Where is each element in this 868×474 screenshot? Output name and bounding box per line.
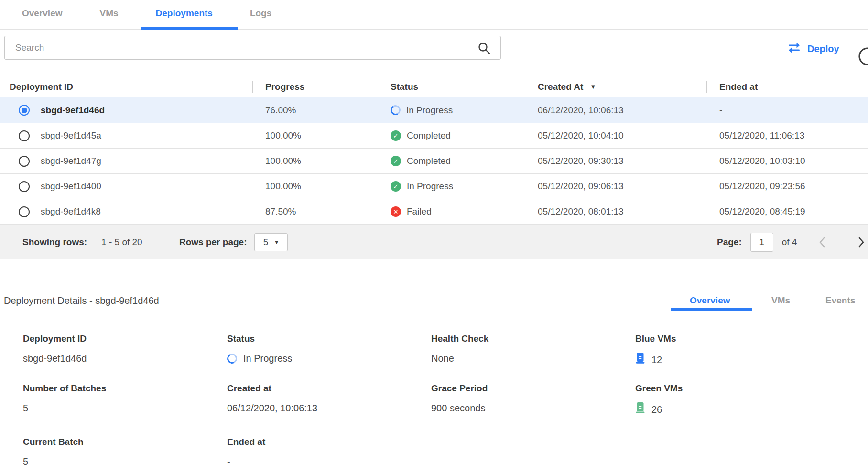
created-at-value: 05/12/2020, 08:01:13 — [525, 206, 706, 217]
tab-logs[interactable]: Logs — [250, 8, 271, 19]
next-page-button[interactable] — [858, 237, 865, 248]
main-tab-bar: Overview VMs Deployments Logs — [0, 0, 868, 30]
status-label: Completed — [407, 156, 451, 166]
deployment-id: sbgd-9ef1d400 — [41, 181, 101, 192]
details-divider — [0, 311, 868, 311]
progress-value: 87.50% — [252, 206, 378, 217]
progress-value: 100.00% — [252, 181, 378, 192]
field-blue-vms: Blue VMs 12 — [635, 333, 839, 367]
search-input[interactable] — [5, 36, 500, 59]
blue-vm-icon — [635, 352, 645, 367]
status-completed-check-icon: ✓ — [391, 156, 401, 166]
table-row[interactable]: sbgd-9ef1d400 100.00% ✓ In Progress 05/1… — [0, 173, 868, 199]
field-number-of-batches: Number of Batches 5 — [23, 383, 227, 417]
search-box — [4, 36, 501, 60]
row-radio[interactable] — [19, 206, 30, 217]
tab-overview[interactable]: Overview — [22, 8, 63, 19]
details-row-2: Number of Batches 5 Created at 06/12/202… — [23, 383, 839, 417]
field-ended-at: Ended at - — [227, 436, 431, 468]
dropdown-caret-icon: ▼ — [274, 239, 279, 245]
table-row[interactable]: sbgd-9ef1d4k8 87.50% ✕ Failed 05/12/2020… — [0, 199, 868, 224]
sort-desc-icon: ▼ — [590, 83, 596, 90]
page-label: Page: — [717, 237, 742, 248]
ended-at-value: 05/12/2020, 10:03:10 — [706, 156, 868, 166]
status-in-progress-spinner-icon — [226, 352, 239, 365]
rows-per-page-label: Rows per page: — [179, 237, 247, 248]
deployment-id: sbgd-9ef1d45a — [41, 130, 101, 141]
details-tab-overview[interactable]: Overview — [690, 295, 730, 306]
field-created-at: Created at 06/12/2020, 10:06:13 — [227, 383, 431, 417]
status-completed-check-icon: ✓ — [391, 181, 401, 192]
status-label: Failed — [407, 206, 432, 217]
field-green-vms: Green VMs 26 — [635, 383, 839, 417]
column-header-created-at[interactable]: Created At ▼ — [525, 75, 706, 98]
status-label: Completed — [407, 130, 451, 141]
table-row[interactable]: sbgd-9ef1d45a 100.00% ✓ Completed 05/12/… — [0, 123, 868, 148]
row-radio[interactable] — [19, 181, 30, 192]
showing-rows-value: 1 - 5 of 20 — [101, 237, 142, 248]
green-vm-icon — [635, 402, 645, 417]
deploy-button-label: Deploy — [807, 43, 839, 54]
ended-at-value: 05/12/2020, 11:06:13 — [706, 130, 868, 141]
field-status: Status In Progress — [227, 333, 431, 367]
row-radio-selected[interactable] — [19, 105, 30, 116]
refresh-icon — [857, 46, 868, 67]
active-tab-indicator — [141, 27, 238, 30]
ended-at-value: 05/12/2020, 09:23:56 — [706, 181, 868, 192]
tab-deployments[interactable]: Deployments — [156, 8, 213, 19]
row-radio[interactable] — [19, 156, 30, 167]
deployment-id: sbgd-9ef1d46d — [41, 105, 105, 116]
ended-at-value: - — [706, 105, 868, 116]
refresh-button[interactable] — [857, 46, 868, 67]
status-label: In Progress — [406, 105, 453, 116]
deployment-id: sbgd-9ef1d4k8 — [41, 206, 101, 217]
table-header-row: Deployment ID Progress Status Created At… — [0, 75, 868, 97]
tab-vms[interactable]: VMs — [100, 8, 119, 19]
field-health-check: Health Check None — [431, 333, 635, 367]
column-header-progress[interactable]: Progress — [252, 75, 378, 98]
created-at-value: 05/12/2020, 10:04:10 — [525, 130, 706, 141]
column-header-deployment-id[interactable]: Deployment ID — [0, 75, 252, 98]
tab-bar-divider — [0, 29, 868, 30]
column-header-ended-at[interactable]: Ended at — [706, 75, 868, 98]
status-completed-check-icon: ✓ — [391, 130, 401, 141]
status-in-progress-spinner-icon — [390, 104, 402, 117]
deployment-details-title: Deployment Details - sbgd-9ef1d46d — [4, 295, 159, 306]
page-number-input[interactable] — [750, 233, 773, 252]
progress-value: 100.00% — [252, 130, 378, 141]
deploy-button[interactable]: Deploy — [788, 42, 839, 55]
created-at-value: 06/12/2020, 10:06:13 — [525, 105, 706, 116]
deployment-id: sbgd-9ef1d47g — [41, 156, 101, 166]
details-row-1: Deployment ID sbgd-9ef1d46d Status In Pr… — [23, 333, 839, 367]
created-at-value: 05/12/2020, 09:30:13 — [525, 156, 706, 166]
previous-page-button[interactable] — [819, 237, 825, 248]
details-tab-events[interactable]: Events — [825, 295, 855, 306]
search-icon — [477, 42, 491, 57]
showing-rows-label: Showing rows: — [22, 237, 87, 248]
details-row-3: Current Batch 5 Ended at - — [23, 436, 839, 468]
details-tab-vms[interactable]: VMs — [771, 295, 790, 306]
created-at-value: 05/12/2020, 09:06:13 — [525, 181, 706, 192]
rows-per-page-select[interactable]: 5 ▼ — [254, 233, 288, 251]
details-active-tab-indicator — [671, 308, 752, 311]
deployments-table: Deployment ID Progress Status Created At… — [0, 75, 868, 259]
field-grace-period: Grace Period 900 seconds — [431, 383, 635, 417]
table-row[interactable]: sbgd-9ef1d47g 100.00% ✓ Completed 05/12/… — [0, 148, 868, 173]
chevron-left-icon — [819, 237, 825, 248]
field-current-batch: Current Batch 5 — [23, 436, 227, 468]
progress-value: 76.00% — [252, 105, 378, 116]
table-pagination-footer: Showing rows: 1 - 5 of 20 Rows per page:… — [0, 224, 868, 259]
progress-value: 100.00% — [252, 156, 378, 166]
status-label: In Progress — [407, 181, 453, 192]
row-radio[interactable] — [19, 130, 30, 141]
chevron-right-icon — [858, 237, 865, 248]
column-header-status[interactable]: Status — [378, 75, 525, 98]
status-failed-x-icon: ✕ — [391, 206, 401, 217]
page-total: of 4 — [782, 237, 797, 248]
deploy-swap-arrows-icon — [788, 42, 801, 55]
table-row[interactable]: sbgd-9ef1d46d 76.00% In Progress 06/12/2… — [0, 97, 868, 123]
ended-at-value: 05/12/2020, 08:45:19 — [706, 206, 868, 217]
field-deployment-id: Deployment ID sbgd-9ef1d46d — [23, 333, 227, 367]
